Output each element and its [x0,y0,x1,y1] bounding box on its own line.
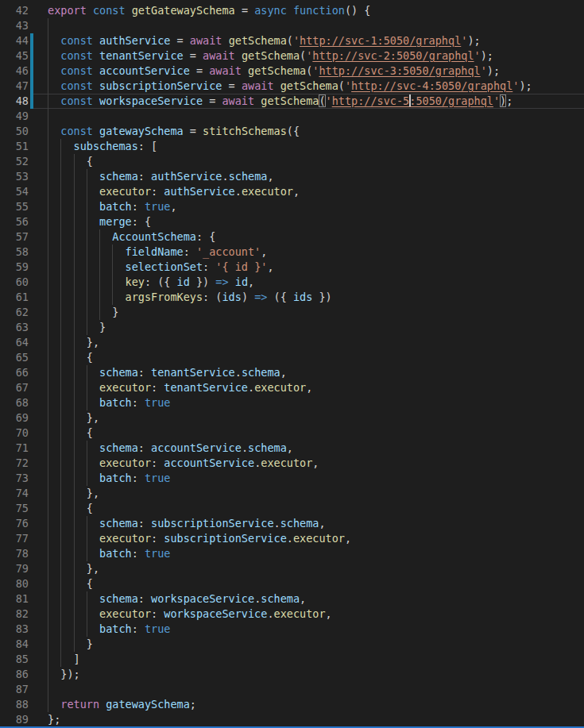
code-line[interactable]: 88 return gatewaySchema; [0,697,584,712]
code-content[interactable]: batch: true [33,622,584,637]
code-line[interactable]: 65 { [0,350,584,365]
code-content[interactable]: } [33,320,584,335]
line-number[interactable]: 43 [0,18,29,33]
code-content[interactable]: schema: accountService.schema, [33,441,584,456]
code-content[interactable]: schema: subscriptionService.schema, [33,516,584,531]
code-line[interactable]: 76 schema: subscriptionService.schema, [0,516,584,531]
code-content[interactable]: fieldName: '_account', [33,245,584,260]
code-line[interactable]: 50 const gatewaySchema = stitchSchemas({ [0,124,584,139]
line-number[interactable]: 45 [0,48,29,64]
code-line[interactable]: 56 merge: { [0,214,584,229]
code-content[interactable] [33,682,584,697]
code-content[interactable]: key: ({ id }) => id, [33,275,584,290]
code-content[interactable]: const workspaceService = await getSchema… [33,94,584,109]
code-line[interactable]: 83 batch: true [0,622,584,637]
code-content[interactable] [33,18,584,33]
code-content[interactable]: const tenantService = await getSchema('h… [33,48,584,64]
code-line[interactable]: 81 schema: workspaceService.schema, [0,591,584,607]
url-link[interactable]: http://svc-5 [332,94,410,107]
code-content[interactable]: schema: workspaceService.schema, [33,591,584,607]
code-content[interactable]: { [33,350,584,365]
line-number[interactable]: 51 [0,139,29,154]
code-line[interactable]: 43 [0,18,584,33]
code-content[interactable]: executor: subscriptionService.executor, [33,531,584,546]
line-number[interactable]: 52 [0,154,29,169]
code-line[interactable]: 54 executor: authService.executor, [0,184,584,199]
code-line[interactable]: 61 argsFromKeys: (ids) => ({ ids }) [0,290,584,305]
code-line[interactable]: 53 schema: authService.schema, [0,169,584,184]
code-line[interactable]: 84 } [0,637,584,652]
line-number[interactable]: 59 [0,260,29,275]
code-line[interactable]: 64 }, [0,335,584,350]
line-number[interactable]: 50 [0,124,29,139]
code-line[interactable]: 42export const getGatewaySchema = async … [0,3,584,18]
code-content[interactable]: schema: tenantService.schema, [33,365,584,380]
code-content[interactable]: return gatewaySchema; [33,697,584,712]
line-number[interactable]: 46 [0,64,29,79]
code-content[interactable]: selectionSet: '{ id }', [33,260,584,275]
code-content[interactable]: subschemas: [ [33,139,584,154]
code-line[interactable]: 49 [0,109,584,124]
code-content[interactable]: }, [33,335,584,350]
code-content[interactable]: AccountSchema: { [33,229,584,245]
code-content[interactable]: }, [33,561,584,576]
line-number[interactable]: 83 [0,622,29,637]
code-content[interactable]: const gatewaySchema = stitchSchemas({ [33,124,584,139]
code-line[interactable]: 67 executor: tenantService.executor, [0,380,584,395]
code-line[interactable]: 73 batch: true [0,471,584,486]
line-number[interactable]: 72 [0,456,29,471]
code-line[interactable]: 58 fieldName: '_account', [0,245,584,260]
line-number[interactable]: 62 [0,305,29,320]
line-number[interactable]: 67 [0,380,29,395]
line-number[interactable]: 66 [0,365,29,380]
code-content[interactable]: executor: accountService.executor, [33,456,584,471]
code-line[interactable]: 79 }, [0,561,584,576]
code-content[interactable]: }); [33,667,584,682]
line-number[interactable]: 71 [0,441,29,456]
line-number[interactable]: 56 [0,214,29,229]
line-number[interactable]: 61 [0,290,29,305]
code-line[interactable]: 48 const workspaceService = await getSch… [0,94,584,109]
line-number[interactable]: 42 [0,3,29,18]
line-number[interactable]: 78 [0,546,29,561]
code-content[interactable]: executor: tenantService.executor, [33,380,584,395]
line-number[interactable]: 68 [0,395,29,410]
line-number[interactable]: 49 [0,109,29,124]
code-line[interactable]: 63 } [0,320,584,335]
code-editor[interactable]: 42export const getGatewaySchema = async … [0,3,584,727]
code-line[interactable]: 59 selectionSet: '{ id }', [0,260,584,275]
line-number[interactable]: 74 [0,486,29,501]
code-content[interactable]: argsFromKeys: (ids) => ({ ids }) [33,290,584,305]
code-content[interactable]: }; [33,712,584,727]
line-number[interactable]: 65 [0,350,29,365]
line-number[interactable]: 89 [0,712,29,727]
code-line[interactable]: 82 executor: workspaceService.executor, [0,607,584,622]
code-line[interactable]: 52 { [0,154,584,169]
url-link[interactable]: http://svc-2:5050/graphql [312,49,474,62]
line-number[interactable]: 86 [0,667,29,682]
line-number[interactable]: 64 [0,335,29,350]
line-number[interactable]: 55 [0,199,29,214]
code-line[interactable]: 87 [0,682,584,697]
code-content[interactable]: schema: authService.schema, [33,169,584,184]
code-line[interactable]: 71 schema: accountService.schema, [0,441,584,456]
code-line[interactable]: 72 executor: accountService.executor, [0,456,584,471]
code-content[interactable]: { [33,501,584,516]
line-number[interactable]: 87 [0,682,29,697]
line-number[interactable]: 53 [0,169,29,184]
line-number[interactable]: 85 [0,652,29,667]
line-number[interactable]: 70 [0,426,29,441]
code-line[interactable]: 62 } [0,305,584,320]
code-content[interactable]: const authService = await getSchema('htt… [33,33,584,48]
line-number[interactable]: 58 [0,245,29,260]
code-line[interactable]: 77 executor: subscriptionService.executo… [0,531,584,546]
code-line[interactable]: 47 const subscriptionService = await get… [0,79,584,94]
code-line[interactable]: 66 schema: tenantService.schema, [0,365,584,380]
code-content[interactable]: batch: true [33,546,584,561]
url-link[interactable]: http://svc-1:5050/graphql [300,34,461,47]
code-content[interactable]: const accountService = await getSchema('… [33,64,584,79]
code-line[interactable]: 75 { [0,501,584,516]
code-line[interactable]: 46 const accountService = await getSchem… [0,64,584,79]
line-number[interactable]: 44 [0,33,29,48]
code-line[interactable]: 74 }, [0,486,584,501]
